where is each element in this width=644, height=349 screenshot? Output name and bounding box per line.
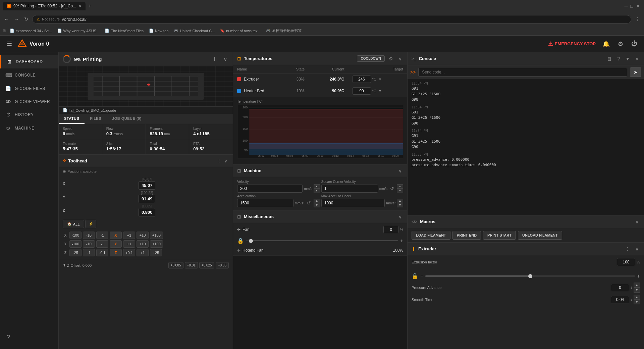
x-plus-100[interactable]: +100 <box>150 232 163 239</box>
extrusion-factor-lock[interactable]: 🔒 <box>412 273 418 279</box>
bookmark-4[interactable]: 🎮 Ubisoft Checkout C... <box>172 28 216 34</box>
max-accel-input[interactable] <box>321 199 385 207</box>
fan-slider-plus[interactable]: + <box>400 238 403 244</box>
z-offset-plus-0005[interactable]: +0.005 <box>168 262 183 268</box>
toolhead-collapse-button[interactable]: ∨ <box>223 157 229 164</box>
z-minus-25[interactable]: -25 <box>69 249 82 256</box>
x-plus-1[interactable]: +1 <box>123 232 135 239</box>
square-corner-input[interactable] <box>321 185 378 193</box>
z-offset-plus-0025[interactable]: +0.025 <box>199 262 214 268</box>
acceleration-down[interactable]: ▼ <box>314 203 320 207</box>
sidebar-item-gcode-files[interactable]: 📄 G-CODE FILES <box>0 82 58 95</box>
power-button[interactable]: ⏻ <box>630 39 639 49</box>
fan-slider-minus[interactable]: − <box>246 238 249 244</box>
x-letter[interactable]: X <box>110 232 122 239</box>
emergency-stop-button[interactable]: ⚠ EMERGENCY STOP <box>548 41 596 47</box>
fan-input[interactable] <box>383 226 398 233</box>
hamburger-menu-button[interactable]: ☰ <box>5 39 13 49</box>
velocity-input[interactable] <box>237 185 303 193</box>
extruder-temp-menu[interactable]: ▾ <box>378 76 382 82</box>
motors-off-button[interactable]: ⚡ <box>86 220 96 228</box>
console-filter-button[interactable]: ▼ <box>624 55 631 62</box>
pressure-advance-input[interactable] <box>611 284 629 291</box>
machine-collapse-button[interactable]: ∨ <box>397 167 403 174</box>
z-offset-plus-005[interactable]: +0.05 <box>216 262 229 268</box>
extensions-button[interactable]: ⋮ <box>634 15 641 23</box>
max-accel-up[interactable]: ▲ <box>397 199 403 203</box>
y-plus-10[interactable]: +10 <box>137 240 149 248</box>
y-minus-1[interactable]: -1 <box>96 240 108 248</box>
notifications-button[interactable]: 🔔 <box>601 39 611 49</box>
extruder-menu-button[interactable]: ⋮ <box>624 246 631 252</box>
home-all-button[interactable]: 🏠 ALL <box>63 220 84 228</box>
extrusion-factor-input[interactable] <box>617 258 635 266</box>
console-send-button[interactable]: ➤ <box>630 67 641 77</box>
settings-button[interactable]: ⚙ <box>616 39 625 49</box>
toolhead-menu-button[interactable]: ⋮ <box>215 157 223 164</box>
bookmark-1[interactable]: 📄 Why wont my ASUS... <box>56 28 101 34</box>
print-menu-button[interactable]: ∨ <box>222 55 229 63</box>
heater-bed-target-input[interactable] <box>353 87 371 95</box>
y-plus-1[interactable]: +1 <box>123 240 135 248</box>
z-plus-1[interactable]: +1 <box>137 249 149 256</box>
bookmark-6[interactable]: 🎮 原神抽卡记录书签 <box>265 28 303 34</box>
acceleration-reset[interactable]: ↺ <box>306 200 312 206</box>
bookmark-0[interactable]: 📄 expresscard 34 - Se... <box>8 28 53 34</box>
console-collapse-button[interactable]: ∨ <box>634 55 640 62</box>
pressure-advance-down[interactable]: ▼ <box>634 288 640 293</box>
extrusion-factor-slider[interactable] <box>425 276 635 277</box>
close-window-button[interactable]: ✕ <box>635 2 641 10</box>
z-letter[interactable]: Z <box>110 249 122 256</box>
smooth-time-input[interactable] <box>611 296 629 303</box>
smooth-time-down[interactable]: ▼ <box>634 300 640 305</box>
print-start-button[interactable]: PRINT START <box>483 231 516 240</box>
z-plus-01[interactable]: +0.1 <box>123 249 135 256</box>
x-minus-100[interactable]: -100 <box>69 232 82 239</box>
unload-filament-button[interactable]: UNLOAD FILAMENT <box>518 231 562 240</box>
bookmark-2[interactable]: 📄 The NeoSmart Files <box>103 28 145 34</box>
close-tab-button[interactable]: ✕ <box>78 4 82 8</box>
tab-status[interactable]: STATUS <box>59 114 85 124</box>
console-clear-button[interactable]: 🗑 <box>606 55 613 62</box>
new-tab-button[interactable]: + <box>86 2 94 10</box>
acceleration-input[interactable] <box>237 199 293 207</box>
pause-button[interactable]: ⏸ <box>211 55 219 63</box>
extruder-target-input[interactable] <box>353 76 371 83</box>
sidebar-item-console[interactable]: ⌨ CONSOLE <box>0 68 58 82</box>
extrusion-factor-minus[interactable]: − <box>420 273 423 279</box>
load-filament-button[interactable]: LOAD FILAMENT <box>412 231 450 240</box>
refresh-button[interactable]: ↻ <box>23 15 30 23</box>
macros-collapse-button[interactable]: ∨ <box>634 218 640 225</box>
bookmark-5[interactable]: 🔖 number of rows tex... <box>219 28 262 34</box>
extrusion-factor-plus[interactable]: + <box>637 273 640 279</box>
address-bar[interactable]: ⚠ Not secure voron0.local/ <box>32 15 631 23</box>
y-plus-100[interactable]: +100 <box>150 240 163 248</box>
z-plus-25[interactable]: +25 <box>150 249 162 256</box>
back-button[interactable]: ← <box>3 15 10 23</box>
bookmark-3[interactable]: 📄 New tab <box>148 28 170 34</box>
sidebar-item-machine[interactable]: ⚙ MACHINE <box>0 121 58 135</box>
square-corner-reset[interactable]: ↺ <box>389 185 395 192</box>
print-end-button[interactable]: PRINT END <box>452 231 481 240</box>
velocity-up[interactable]: ▲ <box>314 184 320 189</box>
console-help-button[interactable]: ? <box>616 55 621 62</box>
temp-collapse-button[interactable]: ∨ <box>397 55 403 62</box>
z-minus-01[interactable]: -0.1 <box>96 249 108 256</box>
console-input[interactable] <box>418 68 627 77</box>
pressure-advance-up[interactable]: ▲ <box>634 283 640 288</box>
square-corner-up[interactable]: ▲ <box>397 184 403 189</box>
forward-button[interactable]: → <box>13 15 20 23</box>
sidebar-item-dashboard[interactable]: ⊞ DASHBOARD <box>0 55 58 68</box>
x-minus-1[interactable]: -1 <box>96 232 108 239</box>
z-minus-1[interactable]: -1 <box>83 249 95 256</box>
minimize-button[interactable]: ─ <box>623 2 629 10</box>
sidebar-item-gcode-viewer[interactable]: 3D G-CODE VIEWER <box>0 95 58 108</box>
acceleration-up[interactable]: ▲ <box>314 199 320 203</box>
max-accel-down[interactable]: ▼ <box>397 203 403 207</box>
temp-settings-button[interactable]: ⚙ <box>387 55 394 62</box>
tab-files[interactable]: FILES <box>85 114 107 124</box>
smooth-time-up[interactable]: ▲ <box>634 295 640 300</box>
fan-slider[interactable] <box>251 240 398 241</box>
sidebar-item-history[interactable]: ⏱ HISTORY <box>0 108 58 121</box>
extruder-collapse-button[interactable]: ∨ <box>634 246 640 252</box>
